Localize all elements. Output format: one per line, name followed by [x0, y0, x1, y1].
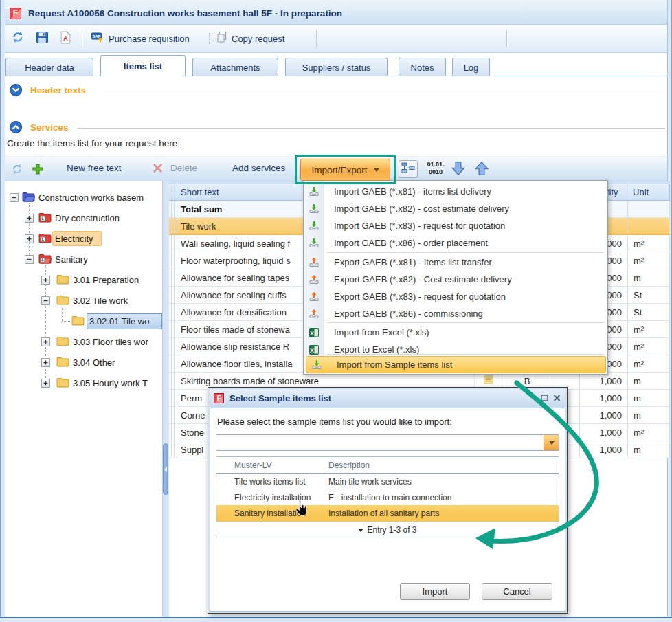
import-export-button[interactable]: Import/Export [300, 159, 390, 181]
svg-text:X: X [310, 330, 314, 337]
combo-dropdown-button[interactable] [544, 435, 559, 450]
tree-node-3-02[interactable]: 3.02 Tile work [73, 296, 128, 306]
row-gutter [169, 252, 177, 269]
row-unit: m² [627, 321, 670, 337]
tree-node-3-03[interactable]: 3.03 Floor tiles wor [73, 337, 162, 347]
note-icon[interactable] [483, 375, 493, 387]
section-rule [104, 91, 665, 91]
tree-expander-expand[interactable] [41, 379, 50, 388]
tab-attachments[interactable]: Attachments [192, 58, 278, 76]
purchase-requisition-button[interactable]: SAP Purchase requisition [91, 31, 190, 46]
import-icon [304, 203, 324, 214]
application-window: F Request A100056 Construction works bas… [0, 0, 672, 622]
save-button[interactable] [36, 31, 49, 46]
pdf-icon: A [59, 31, 72, 47]
tree-node-3-01[interactable]: 3.01 Preparation [73, 275, 139, 285]
sample-row-tile-works[interactable]: Tile works items list Main tile work ser… [216, 474, 559, 489]
close-icon[interactable] [550, 392, 563, 403]
sample-name: Tile works items list [234, 477, 328, 487]
menu-item-export-x81[interactable]: Export GAEB (*.x81) - Items list transfe… [304, 254, 607, 271]
tree-node-3-02-01[interactable]: 3.02.01 Tile wo [89, 316, 162, 326]
tree-expander-collapse[interactable] [10, 193, 19, 202]
tree-expander-collapse[interactable] [25, 255, 34, 264]
copy-request-button[interactable]: Copy request [216, 31, 284, 46]
splitter-collapse-handle[interactable] [163, 443, 168, 495]
export-icon [304, 274, 324, 285]
tree-node-sanitary[interactable]: Sanitary [55, 254, 88, 265]
folder-red-icon: L [38, 232, 52, 246]
panel-splitter[interactable] [162, 181, 169, 617]
refresh-icon [11, 30, 25, 47]
menu-item-export-x86[interactable]: Export GAEB (*.x86) - commissioning [304, 305, 607, 322]
move-down-button[interactable] [451, 160, 466, 179]
menu-item-import-excel[interactable]: X Import from Excel (*.xls) [304, 324, 607, 341]
refresh-items-button[interactable] [11, 163, 23, 178]
tab-log[interactable]: Log [452, 58, 490, 76]
sample-name: Sanitary installation [234, 509, 328, 518]
app-logo-icon: F [10, 8, 21, 19]
tree-expander-expand[interactable] [41, 337, 50, 346]
menu-item-export-x83[interactable]: Export GAEB (*.x83) - request for quotat… [304, 288, 607, 305]
add-services-button[interactable]: Add services [232, 163, 285, 173]
tab-suppliers-status[interactable]: Suppliers / status [285, 58, 388, 76]
menu-separator [327, 354, 603, 355]
tree-expander-expand[interactable] [41, 358, 50, 367]
main-toolbar: A SAP Purchase requisition Copy request [5, 25, 667, 53]
tree-node-3-04[interactable]: 3.04 Other [73, 357, 115, 368]
tab-header-data[interactable]: Header data [5, 58, 93, 76]
column-muster-lv[interactable]: Muster-LV [234, 460, 328, 470]
sample-row-sanitary-selected[interactable]: Sanitary installation Installation of al… [216, 505, 559, 522]
header-texts-toggle[interactable] [9, 83, 23, 100]
tree-node-electricity[interactable]: Electricity [55, 234, 93, 244]
row-quantity: 1,000 [579, 373, 627, 389]
toolbar-separator-small [209, 33, 210, 44]
tree-node-root[interactable]: Construction works basem [38, 192, 162, 203]
row-unit: m [627, 269, 670, 286]
sample-list-combobox[interactable] [216, 434, 559, 451]
import-icon [304, 221, 324, 232]
sample-list-pager[interactable]: Entry 1-3 of 3 [216, 522, 559, 537]
tree-expander-expand[interactable] [25, 214, 34, 223]
chevron-down-icon [358, 529, 363, 532]
row-quantity: 1,000 [579, 441, 627, 458]
move-up-button[interactable] [474, 160, 489, 179]
export-pdf-button[interactable]: A [59, 31, 72, 46]
tree-expander-expand[interactable] [41, 276, 50, 285]
sample-list-header: Muster-LV Description [216, 457, 559, 474]
menu-item-label: Export to Excel (*.xls) [334, 344, 419, 355]
tab-notes[interactable]: Notes [399, 58, 446, 76]
menu-item-export-x82[interactable]: Export GAEB (*.x82) - Cost estimate deli… [304, 271, 607, 288]
import-icon [306, 359, 327, 370]
arrow-down-icon [451, 167, 466, 179]
svg-text:SAP: SAP [93, 34, 101, 38]
new-free-text-button[interactable]: New free text [67, 163, 122, 173]
tree-expander-collapse[interactable] [41, 296, 50, 305]
import-button[interactable]: Import [400, 583, 470, 600]
menu-item-import-sample-items-list[interactable]: Import from Sample items list [306, 356, 606, 373]
menu-item-import-x86[interactable]: Import GAEB (*.x86) - order placement [304, 234, 607, 252]
date-stamp-button[interactable]: 01.01. 0010 [423, 161, 448, 176]
menu-item-import-x82[interactable]: Import GAEB (*.x82) - cost estimate deli… [304, 200, 607, 217]
menu-separator [327, 252, 603, 253]
menu-item-import-x83[interactable]: Import GAEB (*.x83) - request for quotat… [304, 217, 607, 234]
toolbar-separator [82, 30, 82, 47]
refresh-button[interactable] [11, 31, 25, 46]
header-unit[interactable]: Unit [627, 184, 669, 200]
structure-view-button[interactable] [399, 160, 418, 178]
circle-chevron-up-icon [9, 124, 23, 136]
tree-node-dry-construction[interactable]: Dry construction [55, 213, 120, 223]
maximize-icon[interactable] [538, 392, 550, 403]
toolbar-separator [316, 30, 317, 47]
column-description[interactable]: Description [328, 460, 370, 470]
svg-text:A: A [63, 34, 68, 42]
tree-node-3-05[interactable]: 3.05 Hourly work T [73, 378, 162, 388]
tree-expander-expand[interactable] [25, 234, 34, 243]
cancel-button[interactable]: Cancel [482, 583, 552, 600]
menu-item-import-x81[interactable]: Import GAEB (*.x81) - items list deliver… [304, 183, 607, 200]
sample-row-electricity[interactable]: Electricity installation E - installatio… [216, 489, 559, 505]
services-toggle[interactable] [9, 120, 23, 137]
delete-button[interactable]: Delete [170, 163, 197, 173]
tab-label: Log [464, 63, 479, 73]
tab-items-list[interactable]: Items list [100, 55, 186, 76]
add-item-button[interactable] [32, 163, 44, 178]
